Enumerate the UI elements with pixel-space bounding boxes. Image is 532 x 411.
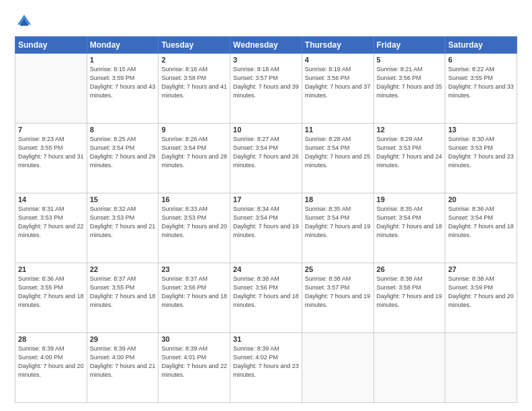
week-row-3: 21Sunrise: 8:36 AM Sunset: 3:55 PM Dayli… [15, 263, 517, 333]
day-number: 3 [233, 56, 299, 64]
week-row-2: 14Sunrise: 8:31 AM Sunset: 3:53 PM Dayli… [15, 193, 517, 263]
day-info: Sunrise: 8:32 AM Sunset: 3:53 PM Dayligh… [90, 205, 156, 240]
weekday-header-row: SundayMondayTuesdayWednesdayThursdayFrid… [15, 37, 517, 54]
logo-icon [15, 12, 34, 31]
day-cell: 7Sunrise: 8:23 AM Sunset: 3:55 PM Daylig… [15, 124, 87, 193]
day-info: Sunrise: 8:36 AM Sunset: 3:55 PM Dayligh… [18, 275, 84, 310]
header [15, 12, 517, 31]
day-info: Sunrise: 8:28 AM Sunset: 3:54 PM Dayligh… [305, 135, 371, 170]
day-number: 27 [448, 265, 514, 273]
day-number: 16 [161, 195, 227, 203]
day-info: Sunrise: 8:29 AM Sunset: 3:53 PM Dayligh… [377, 135, 443, 170]
day-info: Sunrise: 8:38 AM Sunset: 3:57 PM Dayligh… [305, 275, 371, 310]
day-info: Sunrise: 8:31 AM Sunset: 3:53 PM Dayligh… [18, 205, 84, 240]
day-info: Sunrise: 8:37 AM Sunset: 3:55 PM Dayligh… [90, 275, 156, 310]
day-number: 12 [377, 126, 443, 134]
weekday-header-monday: Monday [87, 37, 159, 54]
day-info: Sunrise: 8:34 AM Sunset: 3:54 PM Dayligh… [233, 205, 299, 240]
day-cell: 31Sunrise: 8:39 AM Sunset: 4:02 PM Dayli… [230, 333, 302, 403]
week-row-1: 7Sunrise: 8:23 AM Sunset: 3:55 PM Daylig… [15, 124, 517, 193]
day-info: Sunrise: 8:36 AM Sunset: 3:54 PM Dayligh… [448, 205, 514, 240]
day-info: Sunrise: 8:39 AM Sunset: 4:00 PM Dayligh… [18, 345, 84, 379]
day-info: Sunrise: 8:19 AM Sunset: 3:56 PM Dayligh… [305, 65, 371, 100]
day-cell: 29Sunrise: 8:39 AM Sunset: 4:00 PM Dayli… [87, 333, 159, 403]
day-info: Sunrise: 8:38 AM Sunset: 3:56 PM Dayligh… [233, 275, 299, 310]
logo [15, 12, 36, 31]
day-cell [445, 333, 517, 403]
day-cell: 14Sunrise: 8:31 AM Sunset: 3:53 PM Dayli… [15, 193, 87, 263]
day-number: 31 [233, 335, 299, 343]
day-info: Sunrise: 8:37 AM Sunset: 3:56 PM Dayligh… [161, 275, 227, 310]
weekday-header-thursday: Thursday [302, 37, 373, 54]
day-cell: 2Sunrise: 8:16 AM Sunset: 3:58 PM Daylig… [159, 54, 230, 124]
week-row-4: 28Sunrise: 8:39 AM Sunset: 4:00 PM Dayli… [15, 333, 517, 403]
weekday-header-wednesday: Wednesday [230, 37, 302, 54]
day-cell [373, 333, 445, 403]
calendar-table: SundayMondayTuesdayWednesdayThursdayFrid… [15, 36, 517, 403]
day-info: Sunrise: 8:38 AM Sunset: 3:58 PM Dayligh… [377, 275, 443, 310]
day-cell: 16Sunrise: 8:33 AM Sunset: 3:53 PM Dayli… [159, 193, 230, 263]
day-cell: 25Sunrise: 8:38 AM Sunset: 3:57 PM Dayli… [302, 263, 373, 333]
day-number: 22 [90, 265, 156, 273]
day-number: 6 [448, 56, 514, 64]
day-info: Sunrise: 8:35 AM Sunset: 3:54 PM Dayligh… [305, 205, 371, 240]
day-info: Sunrise: 8:23 AM Sunset: 3:55 PM Dayligh… [18, 135, 84, 170]
day-number: 7 [18, 126, 84, 134]
weekday-header-saturday: Saturday [445, 37, 517, 54]
day-cell: 10Sunrise: 8:27 AM Sunset: 3:54 PM Dayli… [230, 124, 302, 193]
day-cell: 5Sunrise: 8:21 AM Sunset: 3:56 PM Daylig… [373, 54, 445, 124]
day-info: Sunrise: 8:35 AM Sunset: 3:54 PM Dayligh… [377, 205, 443, 240]
day-cell [15, 54, 87, 124]
day-info: Sunrise: 8:22 AM Sunset: 3:55 PM Dayligh… [448, 65, 514, 100]
day-cell [302, 333, 373, 403]
day-cell: 22Sunrise: 8:37 AM Sunset: 3:55 PM Dayli… [87, 263, 159, 333]
weekday-header-friday: Friday [373, 37, 445, 54]
weekday-header-tuesday: Tuesday [159, 37, 230, 54]
day-number: 4 [305, 56, 371, 64]
day-cell: 18Sunrise: 8:35 AM Sunset: 3:54 PM Dayli… [302, 193, 373, 263]
day-number: 30 [161, 335, 227, 343]
day-cell: 4Sunrise: 8:19 AM Sunset: 3:56 PM Daylig… [302, 54, 373, 124]
day-info: Sunrise: 8:38 AM Sunset: 3:59 PM Dayligh… [448, 275, 514, 310]
day-number: 20 [448, 195, 514, 203]
day-number: 18 [305, 195, 371, 203]
day-number: 13 [448, 126, 514, 134]
day-number: 8 [90, 126, 156, 134]
day-cell: 12Sunrise: 8:29 AM Sunset: 3:53 PM Dayli… [373, 124, 445, 193]
day-number: 11 [305, 126, 371, 134]
day-number: 15 [90, 195, 156, 203]
week-row-0: 1Sunrise: 8:15 AM Sunset: 3:59 PM Daylig… [15, 54, 517, 124]
day-cell: 28Sunrise: 8:39 AM Sunset: 4:00 PM Dayli… [15, 333, 87, 403]
day-number: 9 [161, 126, 227, 134]
day-info: Sunrise: 8:27 AM Sunset: 3:54 PM Dayligh… [233, 135, 299, 170]
day-number: 25 [305, 265, 371, 273]
day-number: 23 [161, 265, 227, 273]
day-info: Sunrise: 8:39 AM Sunset: 4:01 PM Dayligh… [161, 345, 227, 379]
day-cell: 11Sunrise: 8:28 AM Sunset: 3:54 PM Dayli… [302, 124, 373, 193]
day-cell: 13Sunrise: 8:30 AM Sunset: 3:53 PM Dayli… [445, 124, 517, 193]
day-cell: 19Sunrise: 8:35 AM Sunset: 3:54 PM Dayli… [373, 193, 445, 263]
day-number: 14 [18, 195, 84, 203]
day-number: 1 [90, 56, 156, 64]
weekday-header-sunday: Sunday [15, 37, 87, 54]
day-cell: 9Sunrise: 8:26 AM Sunset: 3:54 PM Daylig… [159, 124, 230, 193]
day-number: 29 [90, 335, 156, 343]
day-info: Sunrise: 8:21 AM Sunset: 3:56 PM Dayligh… [377, 65, 443, 100]
day-info: Sunrise: 8:33 AM Sunset: 3:53 PM Dayligh… [161, 205, 227, 240]
page: SundayMondayTuesdayWednesdayThursdayFrid… [0, 0, 532, 411]
day-info: Sunrise: 8:16 AM Sunset: 3:58 PM Dayligh… [161, 65, 227, 100]
day-number: 17 [233, 195, 299, 203]
day-info: Sunrise: 8:30 AM Sunset: 3:53 PM Dayligh… [448, 135, 514, 170]
day-cell: 3Sunrise: 8:18 AM Sunset: 3:57 PM Daylig… [230, 54, 302, 124]
day-number: 2 [161, 56, 227, 64]
day-number: 24 [233, 265, 299, 273]
day-cell: 23Sunrise: 8:37 AM Sunset: 3:56 PM Dayli… [159, 263, 230, 333]
day-cell: 1Sunrise: 8:15 AM Sunset: 3:59 PM Daylig… [87, 54, 159, 124]
day-number: 26 [377, 265, 443, 273]
day-cell: 8Sunrise: 8:25 AM Sunset: 3:54 PM Daylig… [87, 124, 159, 193]
day-number: 19 [377, 195, 443, 203]
day-cell: 6Sunrise: 8:22 AM Sunset: 3:55 PM Daylig… [445, 54, 517, 124]
day-cell: 17Sunrise: 8:34 AM Sunset: 3:54 PM Dayli… [230, 193, 302, 263]
day-cell: 26Sunrise: 8:38 AM Sunset: 3:58 PM Dayli… [373, 263, 445, 333]
day-number: 21 [18, 265, 84, 273]
